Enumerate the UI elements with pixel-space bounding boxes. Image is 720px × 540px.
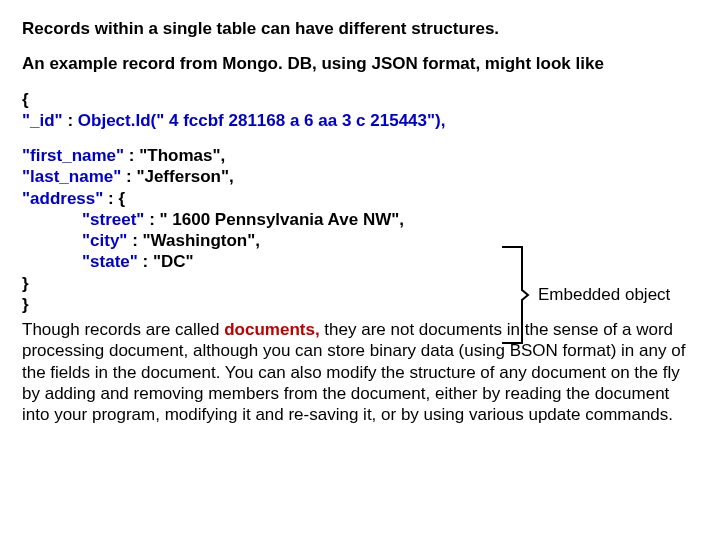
intro-line: An example record from Mongo. DB, using …: [22, 53, 698, 74]
annotation-label: Embedded object: [538, 284, 670, 305]
code-line-address: "address" : {: [22, 188, 698, 209]
state-key: "state": [82, 252, 143, 271]
code-line-lastname: "last_name" : "Jefferson",: [22, 166, 698, 187]
annotation-group: Embedded object: [500, 245, 670, 345]
code-line-id: "_id" : Object.Id(" 4 fccbf 281168 a 6 a…: [22, 110, 698, 131]
code-line-open: {: [22, 89, 698, 110]
code-line-street: "street" : " 1600 Pennsylvania Ave NW",: [22, 209, 698, 230]
id-val: Object.Id(" 4 fccbf 281168 a 6 aa 3 c 21…: [78, 111, 446, 130]
footer-emphasis: documents,: [224, 320, 324, 339]
first-name-val: : "Thomas",: [129, 146, 225, 165]
id-key: "_id": [22, 111, 67, 130]
address-key: "address": [22, 189, 108, 208]
city-key: "city": [82, 231, 132, 250]
street-key: "street": [82, 210, 149, 229]
first-name-key: "first_name": [22, 146, 129, 165]
code-line-firstname: "first_name" : "Thomas",: [22, 145, 698, 166]
footer-pre: Though records are called: [22, 320, 224, 339]
id-colon: :: [67, 111, 77, 130]
last-name-key: "last_name": [22, 167, 126, 186]
city-val: : "Washington",: [132, 231, 260, 250]
bracket-icon: [500, 245, 530, 345]
heading: Records within a single table can have d…: [22, 18, 698, 39]
last-name-val: : "Jefferson",: [126, 167, 234, 186]
state-val: : "DC": [143, 252, 194, 271]
street-val: : " 1600 Pennsylvania Ave NW",: [149, 210, 404, 229]
address-val: : {: [108, 189, 125, 208]
